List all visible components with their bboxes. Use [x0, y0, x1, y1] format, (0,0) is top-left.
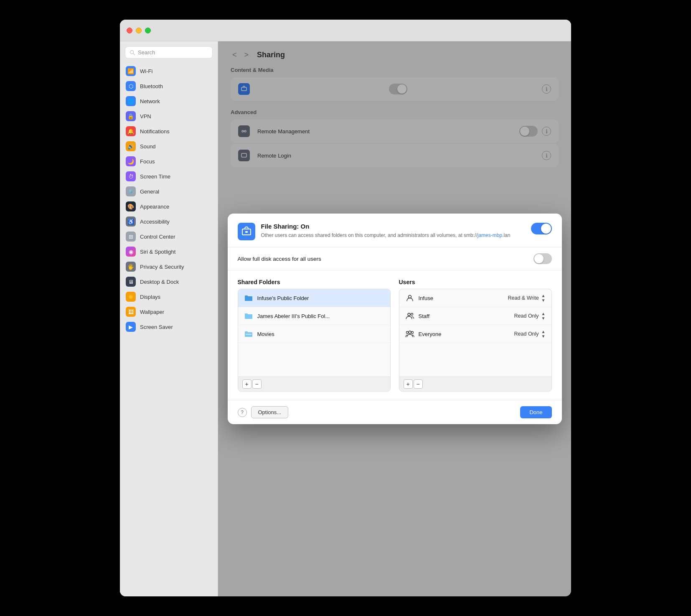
list-item[interactable]: Infuse Read & Write ▲ ▼	[399, 289, 551, 307]
list-item[interactable]: Infuse's Public Folder	[238, 289, 390, 307]
perm-down-arrow: ▼	[541, 298, 546, 303]
sidebar-item-wallpaper[interactable]: 🖼 Wallpaper	[120, 304, 218, 319]
displays-icon: ☀️	[126, 292, 136, 302]
user-name-infuse: Infuse	[419, 295, 433, 301]
sidebar-label-vpn: VPN	[140, 113, 151, 120]
sidebar-item-wifi[interactable]: 📶 Wi-Fi	[120, 64, 218, 79]
close-button[interactable]	[127, 28, 132, 33]
sidebar-label-appearance: Appearance	[140, 204, 169, 210]
sidebar-label-privacy: Privacy & Security	[140, 264, 184, 270]
sidebar-item-focus[interactable]: 🌙 Focus	[120, 154, 218, 169]
svg-point-11	[411, 313, 413, 316]
perm-down-arrow: ▼	[541, 334, 546, 339]
list-item[interactable]: Staff Read Only ▲ ▼	[399, 307, 551, 325]
add-folder-button[interactable]: +	[242, 379, 252, 389]
user-list-actions: + −	[399, 377, 551, 391]
appearance-icon: 🎨	[126, 201, 136, 211]
svg-point-10	[408, 313, 410, 316]
svg-rect-7	[245, 231, 248, 233]
done-button[interactable]: Done	[520, 406, 551, 418]
siri-icon: ◉	[126, 247, 136, 257]
modal-title: File Sharing: On	[261, 223, 511, 230]
list-item[interactable]: Movies	[238, 325, 390, 343]
search-bar[interactable]: Search	[125, 46, 213, 59]
folder-name-infuse: Infuse's Public Folder	[257, 295, 309, 301]
smb-hostname-link[interactable]: james-mbp	[478, 232, 502, 238]
everyone-perm-stepper[interactable]: ▲ ▼	[541, 329, 546, 339]
sidebar-item-network[interactable]: 🌐 Network	[120, 94, 218, 109]
sidebar-label-control-center: Control Center	[140, 234, 175, 240]
notifications-icon: 🔔	[126, 126, 136, 136]
sidebar-item-sound[interactable]: 🔊 Sound	[120, 139, 218, 154]
sidebar-item-desktop[interactable]: 🖥 Desktop & Dock	[120, 274, 218, 289]
users-section: Users	[399, 279, 552, 392]
maximize-button[interactable]	[145, 28, 151, 33]
add-user-button[interactable]: +	[404, 379, 413, 389]
vpn-icon: 🔒	[126, 111, 136, 121]
sidebar-item-siri[interactable]: ◉ Siri & Spotlight	[120, 244, 218, 259]
users-header: Users	[399, 279, 552, 285]
sidebar-label-screensaver: Screen Saver	[140, 324, 173, 330]
wifi-icon: 📶	[126, 66, 136, 76]
remove-folder-button[interactable]: −	[252, 379, 262, 389]
remove-user-button[interactable]: −	[414, 379, 423, 389]
staff-perm-stepper[interactable]: ▲ ▼	[541, 311, 546, 321]
options-button[interactable]: Options...	[251, 406, 289, 418]
perm-up-arrow: ▲	[541, 329, 546, 334]
folder-list-actions: + −	[238, 377, 390, 391]
sidebar-item-bluetooth[interactable]: ⬡ Bluetooth	[120, 79, 218, 94]
modal-content: Shared Folders Infuse's Public	[228, 270, 562, 400]
general-icon: ⚙️	[126, 186, 136, 196]
sidebar-item-displays[interactable]: ☀️ Displays	[120, 289, 218, 304]
perm-up-arrow: ▲	[541, 311, 546, 316]
traffic-lights	[127, 28, 151, 33]
sidebar-label-wallpaper: Wallpaper	[140, 309, 164, 315]
list-item[interactable]: Everyone Read Only ▲ ▼	[399, 325, 551, 343]
user-name-everyone: Everyone	[419, 331, 442, 337]
list-item[interactable]: James Abeler III's Public Fol...	[238, 307, 390, 325]
sidebar-item-privacy[interactable]: 🖐 Privacy & Security	[120, 259, 218, 274]
svg-point-12	[406, 331, 408, 333]
allow-disk-access-section: Allow full disk access for all users	[228, 247, 562, 270]
sidebar-item-screensaver[interactable]: ▶ Screen Saver	[120, 319, 218, 334]
sidebar-label-accessibility: Accessibility	[140, 219, 170, 225]
single-user-icon	[405, 293, 414, 303]
wallpaper-icon: 🖼	[126, 307, 136, 317]
everyone-icon	[405, 329, 414, 339]
screen-time-icon: ⏱	[126, 171, 136, 181]
modal-header: File Sharing: On Other users can access …	[228, 214, 562, 247]
focus-icon: 🌙	[126, 156, 136, 166]
accessibility-icon: ♿	[126, 216, 136, 227]
privacy-icon: 🖐	[126, 262, 136, 272]
users-list: Infuse Read & Write ▲ ▼	[399, 289, 552, 392]
staff-permission: Read Only ▲ ▼	[514, 311, 546, 321]
shared-folders-section: Shared Folders Infuse's Public	[238, 279, 391, 392]
sidebar-label-desktop: Desktop & Dock	[140, 279, 179, 285]
folder-icon-infuse	[244, 293, 253, 303]
sidebar: Search 📶 Wi-Fi ⬡ Bluetooth 🌐 Network 🔒 V…	[120, 41, 218, 596]
infuse-perm-stepper[interactable]: ▲ ▼	[541, 293, 546, 303]
sidebar-item-notifications[interactable]: 🔔 Notifications	[120, 124, 218, 139]
search-icon	[130, 50, 135, 56]
sidebar-label-wifi: Wi-Fi	[140, 68, 152, 74]
sidebar-item-vpn[interactable]: 🔒 VPN	[120, 109, 218, 124]
modal-header-text: File Sharing: On Other users can access …	[261, 223, 511, 239]
sidebar-item-appearance[interactable]: 🎨 Appearance	[120, 199, 218, 214]
sidebar-item-accessibility[interactable]: ♿ Accessibility	[120, 214, 218, 229]
staff-perm-label: Read Only	[514, 313, 539, 319]
file-sharing-main-toggle[interactable]	[531, 223, 552, 234]
sidebar-item-control-center[interactable]: ⊞ Control Center	[120, 229, 218, 244]
everyone-perm-label: Read Only	[514, 331, 539, 337]
sidebar-label-notifications: Notifications	[140, 128, 170, 135]
allow-disk-access-toggle[interactable]	[533, 253, 552, 264]
sidebar-item-screen-time[interactable]: ⏱ Screen Time	[120, 169, 218, 184]
title-bar	[120, 20, 571, 41]
svg-rect-8	[246, 334, 252, 335]
desktop-icon: 🖥	[126, 277, 136, 287]
sidebar-item-general[interactable]: ⚙️ General	[120, 184, 218, 199]
help-button[interactable]: ?	[238, 408, 247, 417]
modal-footer: ? Options... Done	[228, 400, 562, 424]
minimize-button[interactable]	[136, 28, 142, 33]
folder-icon-movies	[244, 329, 253, 339]
control-center-icon: ⊞	[126, 232, 136, 242]
